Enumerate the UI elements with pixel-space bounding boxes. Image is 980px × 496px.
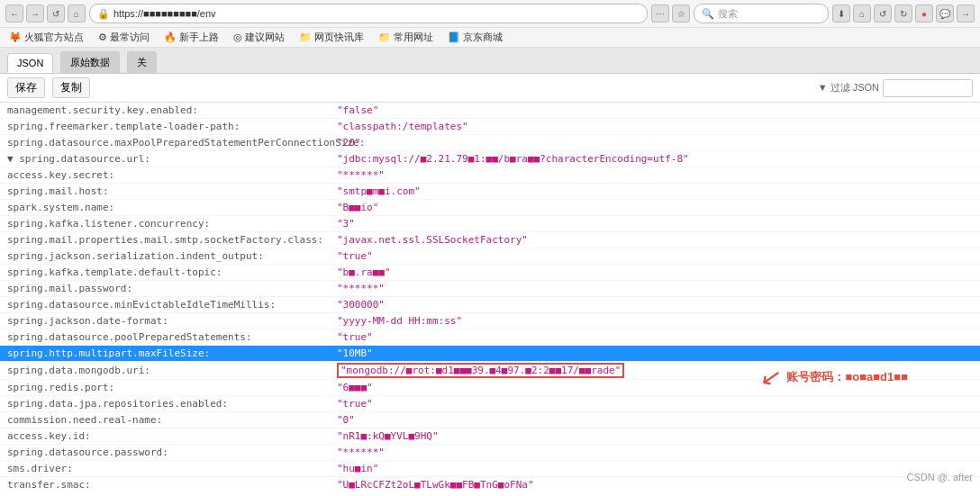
value-cell: "10MB" [333,346,980,361]
table-row[interactable]: spring.kafka.template.default-topic:"b■.… [0,265,980,281]
browser-action-icons: ⬇ ⌂ ↺ ↻ ● 💬 → [832,5,975,23]
tab-raw-label: 原始数据 [70,56,110,69]
forward-button[interactable]: → [26,5,44,23]
tab-close[interactable]: 关 [127,51,157,73]
tab-json[interactable]: JSON [7,53,53,73]
key-cell: sms.driver: [0,461,333,476]
key-cell: management.security.key.enabled: [0,103,333,118]
value-cell: "******" [333,167,980,183]
key-cell: spring.freemarker.template-loader-path: [0,119,333,134]
address-bar[interactable]: 🔒 https://■■■■■■■■■/env [89,4,648,23]
table-row[interactable]: sms.driver:"hu■in" [0,461,980,477]
refresh-icon[interactable]: ↻ [894,5,912,23]
key-cell: spring.data.jpa.repositories.enabled: [0,396,333,411]
table-row[interactable]: spring.datasource.minEvictableIdleTimeMi… [0,297,980,313]
table-row[interactable]: spring.jackson.serialization.indent_outp… [0,248,980,265]
table-row[interactable]: spring.freemarker.template-loader-path:"… [0,119,980,135]
bookmark-common[interactable]: 📁 常用网址 [375,30,437,45]
bookmark-jd[interactable]: 📘 京东商城 [444,30,506,45]
bookmark-newbie[interactable]: 🔥 新手上路 [160,30,222,45]
key-cell: spark.system.name: [0,200,333,215]
key-cell: access.key.secret: [0,167,333,183]
key-cell: spring.datasource.minEvictableIdleTimeMi… [0,297,333,312]
back-button[interactable]: ← [5,5,23,23]
star-icon[interactable]: ☆ [672,5,690,23]
home-button[interactable]: ⌂ [68,5,86,23]
table-row[interactable]: spark.system.name:"B■■io" [0,200,980,216]
home-icon[interactable]: ⌂ [853,5,871,23]
value-cell: "300000" [333,297,980,312]
table-row[interactable]: ↙账号密码：■o■a■d1■■spring.data.mongodb.uri:"… [0,362,980,380]
bookmark-frequent[interactable]: ⚙ 最常访问 [95,30,153,45]
copy-button[interactable]: 复制 [52,77,90,98]
book-icon: 📘 [448,32,460,43]
search-bar[interactable]: 🔍 搜索 [694,4,829,23]
table-row[interactable]: transfer.smac:"U■LRcCFZt2oL■TLwGk■■FB■Tn… [0,477,980,490]
value-cell: "******" [333,445,980,460]
value-cell: "jdbc:mysql://■2.21.79■1:■■/b■ra■■?chara… [333,151,980,167]
table-row[interactable]: spring.http.multipart.maxFileSize:"10MB" [0,346,980,362]
value-cell: "0" [333,412,980,428]
url-text: https://■■■■■■■■■/env [113,8,216,19]
table-row[interactable]: access.key.secret:"******" [0,167,980,184]
table-row[interactable]: spring.mail.properties.mail.smtp.socketF… [0,232,980,248]
folder-icon: 📁 [299,32,312,43]
value-cell: "mongodb://■rot:■d1■■■39.■4■97.■2:2■■17/… [333,362,980,379]
table-row[interactable]: spring.mail.host:"smtp■m■i.com" [0,184,980,200]
bookmark-quicknews[interactable]: 📁 网页快讯库 [295,30,368,45]
addon-icon3[interactable]: → [957,5,975,23]
addon-icon2[interactable]: 💬 [936,5,954,23]
table-row[interactable]: management.security.key.enabled:"false" [0,103,980,119]
table-row[interactable]: spring.jackson.date-format:"yyyy-MM-dd H… [0,313,980,329]
bookmark-label: 最常访问 [110,31,150,44]
bookmark-suggest[interactable]: ◎ 建议网站 [230,30,288,45]
value-cell: "yyyy-MM-dd HH:mm:ss" [333,313,980,329]
bookmark-label: 京东商城 [463,31,503,44]
bookmark-firefox[interactable]: 🦊 火狐官方站点 [5,30,87,45]
filter-input[interactable] [883,79,973,97]
nav-right-controls: ⋯ ☆ [651,5,690,23]
key-cell: spring.http.multipart.maxFileSize: [0,346,333,361]
table-row[interactable]: ▼ spring.datasource.url:"jdbc:mysql://■2… [0,151,980,167]
table-row[interactable]: spring.mail.password:"******" [0,281,980,297]
reload-button[interactable]: ↺ [47,5,65,23]
value-cell: "true" [333,329,980,345]
value-cell: "classpath:/templates" [333,119,980,134]
save-button[interactable]: 保存 [7,77,45,98]
value-cell: "javax.net.ssl.SSLSocketFactory" [333,232,980,248]
value-cell: "B■■io" [333,200,980,215]
bookmark-label: 网页快讯库 [314,31,364,44]
table-row[interactable]: spring.datasource.maxPoolPreparedStateme… [0,135,980,151]
table-row[interactable]: spring.datasource.poolPreparedStatements… [0,329,980,346]
key-cell: spring.kafka.listener.concurrency: [0,216,333,231]
bookmark-label: 建议网站 [245,31,285,44]
search-placeholder: 搜索 [718,7,738,21]
nav-bar: ← → ↺ ⌂ 🔒 https://■■■■■■■■■/env ⋯ ☆ 🔍 搜索… [0,0,980,28]
bookmarks-bar: 🦊 火狐官方站点 ⚙ 最常访问 🔥 新手上路 ◎ 建议网站 📁 网页快讯库 📁 … [0,28,980,48]
firefox-icon: 🦊 [9,32,22,43]
download-icon[interactable]: ⬇ [832,5,850,23]
addon-icon1[interactable]: ● [915,5,933,23]
key-cell: spring.kafka.template.default-topic: [0,265,333,280]
key-cell: ▼ spring.datasource.url: [0,151,333,167]
value-cell: "******" [333,281,980,296]
key-cell: spring.mail.password: [0,281,333,296]
table-row[interactable]: access.key.id:"nR1■:kQ■YVL■9HQ" [0,428,980,445]
search-icon: 🔍 [702,8,714,20]
undo-icon[interactable]: ↺ [874,5,892,23]
table-row[interactable]: spring.redis.port:"6■■■" [0,380,980,396]
value-cell: "20" [333,135,980,150]
tab-raw[interactable]: 原始数据 [60,51,120,73]
value-cell: "true" [333,396,980,411]
table-row[interactable]: commission.need.real-name:"0" [0,412,980,428]
table-row[interactable]: spring.data.jpa.repositories.enabled:"tr… [0,396,980,412]
bookmark-icon[interactable]: ⋯ [651,5,669,23]
toolbar: 保存 复制 ▼ 过滤 JSON [0,74,980,103]
table-row[interactable]: spring.datasource.password:"******" [0,445,980,461]
table-row[interactable]: spring.kafka.listener.concurrency:"3" [0,216,980,232]
bookmark-label: 常用网址 [394,31,433,44]
key-cell: spring.datasource.maxPoolPreparedStateme… [0,135,333,150]
filter-label: ▼ 过滤 JSON [818,81,879,95]
key-cell: access.key.id: [0,428,333,444]
key-cell: spring.jackson.date-format: [0,313,333,329]
